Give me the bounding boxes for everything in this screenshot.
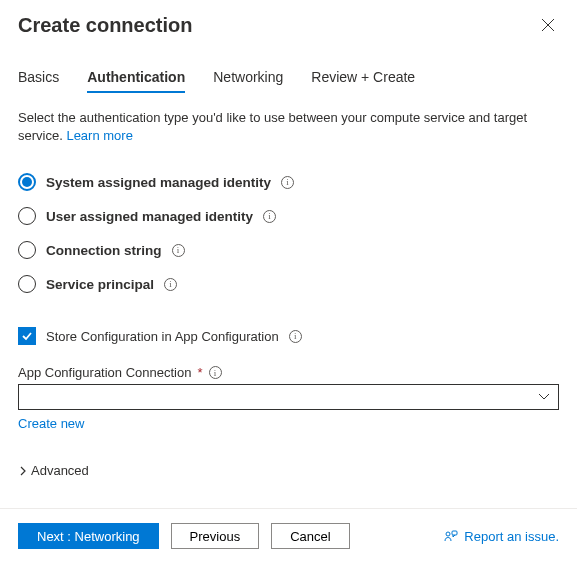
page-title: Create connection <box>18 14 192 37</box>
auth-type-radio-group: System assigned managed identityiUser as… <box>18 165 559 301</box>
tab-networking[interactable]: Networking <box>213 63 283 93</box>
info-icon[interactable]: i <box>289 330 302 343</box>
info-icon[interactable]: i <box>164 278 177 291</box>
radio-label: Service principal <box>46 277 154 292</box>
learn-more-link[interactable]: Learn more <box>66 128 132 143</box>
tab-strip: BasicsAuthenticationNetworkingReview + C… <box>18 63 559 93</box>
tab-authentication[interactable]: Authentication <box>87 63 185 93</box>
create-new-link[interactable]: Create new <box>18 416 84 431</box>
info-icon[interactable]: i <box>263 210 276 223</box>
svg-rect-1 <box>452 531 457 535</box>
radio-button[interactable] <box>18 207 36 225</box>
app-config-select[interactable] <box>18 384 559 410</box>
radio-label: User assigned managed identity <box>46 209 253 224</box>
chevron-down-icon <box>538 393 550 401</box>
info-icon[interactable]: i <box>172 244 185 257</box>
chevron-right-icon <box>20 466 27 476</box>
store-config-label: Store Configuration in App Configuration <box>46 329 279 344</box>
store-config-checkbox[interactable] <box>18 327 36 345</box>
svg-point-0 <box>446 532 450 536</box>
tab-review-create[interactable]: Review + Create <box>311 63 415 93</box>
info-icon[interactable]: i <box>209 366 222 379</box>
close-button[interactable] <box>537 14 559 36</box>
advanced-label: Advanced <box>31 463 89 478</box>
radio-button[interactable] <box>18 173 36 191</box>
info-icon[interactable]: i <box>281 176 294 189</box>
report-issue-link[interactable]: Report an issue. <box>444 529 559 544</box>
radio-label: Connection string <box>46 243 162 258</box>
report-issue-label: Report an issue. <box>464 529 559 544</box>
check-icon <box>21 330 33 342</box>
previous-button[interactable]: Previous <box>171 523 260 549</box>
person-feedback-icon <box>444 529 458 543</box>
radio-inner <box>22 177 32 187</box>
description-text: Select the authentication type you'd lik… <box>18 109 559 145</box>
next-button[interactable]: Next : Networking <box>18 523 159 549</box>
required-asterisk: * <box>197 365 202 380</box>
radio-button[interactable] <box>18 275 36 293</box>
tab-basics[interactable]: Basics <box>18 63 59 93</box>
radio-label: System assigned managed identity <box>46 175 271 190</box>
app-config-label: App Configuration Connection <box>18 365 191 380</box>
close-icon <box>541 18 555 32</box>
cancel-button[interactable]: Cancel <box>271 523 349 549</box>
advanced-toggle[interactable]: Advanced <box>18 463 559 478</box>
radio-button[interactable] <box>18 241 36 259</box>
